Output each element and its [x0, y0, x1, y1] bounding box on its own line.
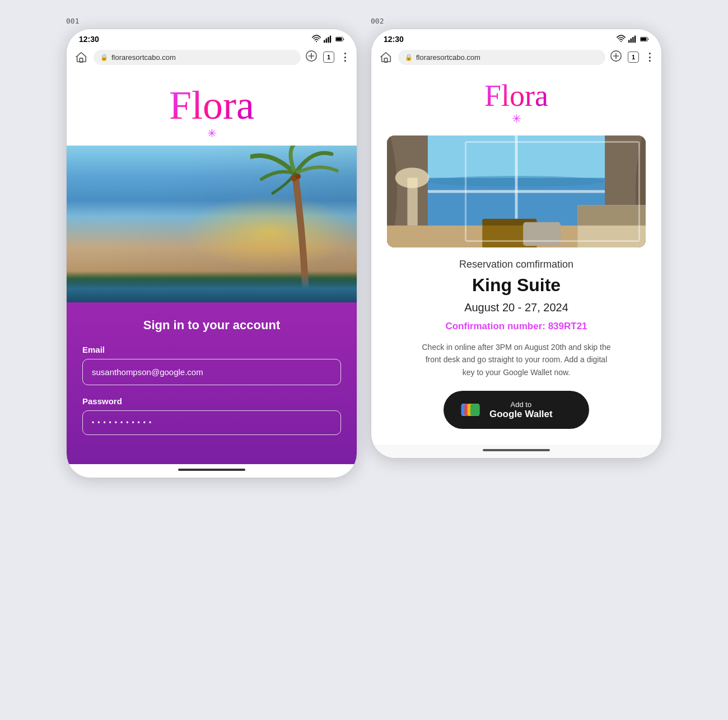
url-text-1: floraresortcabo.com: [111, 53, 176, 62]
svg-rect-34: [577, 205, 646, 247]
palm-tree-svg: [250, 146, 340, 302]
home-bar-2: [483, 449, 550, 451]
google-wallet-button[interactable]: Add to Google Wallet: [444, 391, 589, 429]
new-tab-icon-1[interactable]: [305, 50, 318, 64]
svg-rect-1: [324, 40, 325, 43]
home-bar-1: [178, 469, 245, 471]
wallet-icon: [459, 399, 482, 421]
beach-image: [67, 146, 357, 302]
home-icon-1[interactable]: [73, 49, 89, 65]
password-input[interactable]: [82, 410, 341, 435]
svg-point-30: [428, 176, 605, 186]
logo-section-2: Flora ✳: [484, 81, 548, 125]
status-bar-1: 12:30: [67, 29, 357, 46]
url-bar-1[interactable]: 🔒 floraresortcabo.com: [94, 50, 301, 65]
svg-point-12: [295, 174, 301, 179]
svg-rect-3: [328, 37, 329, 43]
asterisk-1: ✳: [207, 127, 217, 140]
svg-rect-15: [631, 38, 632, 43]
phone1-content: Flora ✳: [67, 69, 357, 464]
browser-bar-2: 🔒 floraresortcabo.com 1 ⋮: [371, 46, 661, 69]
svg-rect-2: [326, 38, 327, 43]
phone-2-label: 002: [371, 17, 384, 25]
phone-1: 12:30: [66, 29, 357, 478]
home-indicator-1: [67, 464, 357, 478]
more-icon-2[interactable]: ⋮: [645, 51, 655, 63]
time-1: 12:30: [79, 35, 99, 44]
svg-rect-37: [482, 219, 536, 226]
phone-1-label: 001: [66, 17, 79, 25]
wallet-text-group: Add to Google Wallet: [489, 400, 553, 420]
url-bar-2[interactable]: 🔒 floraresortcabo.com: [398, 50, 605, 65]
time-2: 12:30: [384, 35, 404, 44]
status-bar-2: 12:30: [371, 29, 661, 46]
svg-rect-19: [641, 38, 646, 41]
status-icons-2: [617, 35, 649, 44]
svg-rect-6: [336, 38, 342, 41]
browser-bar-1: 🔒 floraresortcabo.com 1 ⋮: [67, 46, 357, 69]
wifi-icon-2: [617, 35, 626, 44]
svg-rect-28: [428, 135, 605, 185]
svg-rect-35: [577, 205, 646, 225]
email-input[interactable]: [82, 359, 341, 385]
svg-rect-16: [632, 37, 633, 43]
svg-rect-45: [470, 404, 479, 416]
confirmation-number: Confirmation number: 839RT21: [445, 321, 587, 332]
reservation-body: Flora ✳: [371, 69, 661, 445]
email-label: Email: [82, 345, 341, 354]
signal-icon: [324, 35, 333, 44]
phone-2: 12:30: [371, 29, 662, 459]
browser-actions-2: 1 ⋮: [610, 50, 655, 64]
wallet-main-text: Google Wallet: [489, 409, 553, 420]
browser-actions-1: 1 ⋮: [305, 50, 350, 64]
battery-icon-2: [640, 35, 649, 44]
home-icon-2[interactable]: [378, 49, 394, 65]
sign-in-title: Sign in to your account: [82, 318, 341, 333]
wallet-add-text: Add to: [489, 400, 553, 409]
svg-rect-26: [605, 135, 646, 247]
phone-1-wrapper: 001 12:30: [66, 17, 357, 478]
lock-icon-2: 🔒: [405, 54, 413, 61]
google-wallet-svg: [460, 400, 480, 420]
url-text-2: floraresortcabo.com: [416, 53, 480, 62]
home-indicator-2: [371, 445, 661, 458]
lock-icon-1: 🔒: [100, 54, 108, 61]
logo-section-1: Flora ✳: [67, 69, 357, 146]
new-tab-icon-2[interactable]: [610, 50, 622, 64]
more-icon-1[interactable]: ⋮: [340, 51, 350, 63]
phone-2-wrapper: 002 12:30: [371, 17, 662, 459]
flora-logo-2: Flora: [484, 81, 548, 111]
room-name: King Suite: [472, 275, 561, 296]
svg-rect-14: [628, 40, 629, 43]
tab-count-2[interactable]: 1: [628, 52, 639, 63]
wifi-icon: [312, 35, 321, 44]
checkin-info: Check in online after 3PM on August 20th…: [421, 341, 612, 378]
sign-in-section: Sign in to your account Email Password: [67, 302, 357, 464]
reservation-dates: August 20 - 27, 2024: [464, 301, 568, 314]
svg-point-0: [316, 41, 317, 42]
hotel-room-image: [387, 135, 646, 247]
flora-logo-1: Flora: [169, 85, 254, 125]
room-scene-svg: [387, 135, 646, 247]
password-label: Password: [82, 396, 341, 406]
signal-icon-2: [628, 35, 637, 44]
reservation-title: Reservation comfirmation: [459, 259, 573, 270]
svg-rect-17: [634, 36, 636, 43]
svg-point-39: [395, 167, 430, 188]
svg-rect-40: [523, 222, 561, 246]
svg-rect-4: [330, 36, 331, 43]
tab-count-1[interactable]: 1: [323, 52, 334, 63]
status-icons-1: [312, 35, 344, 44]
svg-point-13: [620, 41, 622, 42]
phone2-content: Flora ✳: [371, 69, 661, 445]
asterisk-2: ✳: [512, 112, 521, 125]
battery-icon: [335, 35, 344, 44]
